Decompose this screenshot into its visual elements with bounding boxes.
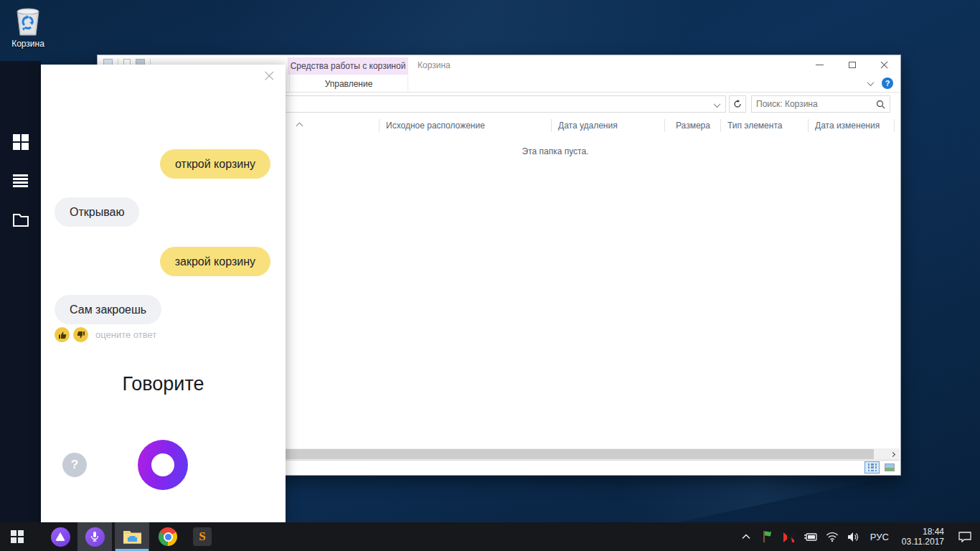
tray-overflow-chevron-icon[interactable] <box>738 522 754 551</box>
windows-logo-icon <box>11 530 24 543</box>
tray-flag-icon[interactable] <box>760 522 776 551</box>
system-tray: РУС 18:44 03.11.2017 <box>738 522 980 551</box>
thumbnails-view-icon <box>885 463 895 471</box>
tray-clock[interactable]: 18:44 03.11.2017 <box>897 527 948 547</box>
file-explorer-icon <box>123 529 142 545</box>
window-controls <box>804 55 900 75</box>
column-size[interactable]: Размера <box>676 121 710 131</box>
panel-close-icon[interactable] <box>267 72 278 83</box>
taskbar-sublime-button[interactable]: S <box>185 522 220 551</box>
tray-power-icon[interactable] <box>803 522 819 551</box>
alice-icon <box>51 527 70 547</box>
recycle-bin-icon <box>12 4 44 37</box>
taskbar-voice-assistant-button[interactable] <box>77 522 112 551</box>
scroll-right-button[interactable] <box>887 449 898 459</box>
thumbs-up-icon[interactable] <box>55 327 70 342</box>
column-item-type[interactable]: Тип элемента <box>727 121 782 131</box>
assistant-message-bubble: Открываю <box>55 197 139 227</box>
tray-wifi-icon[interactable] <box>824 522 840 551</box>
taskbar-alice-button[interactable] <box>43 522 77 551</box>
rate-answer-label: оцените ответ <box>95 329 156 340</box>
refresh-button[interactable] <box>729 95 746 113</box>
folder-icon <box>12 212 29 227</box>
search-box[interactable] <box>751 95 890 113</box>
tray-date: 03.11.2017 <box>902 537 944 547</box>
language-indicator[interactable]: РУС <box>867 532 892 542</box>
search-input[interactable] <box>756 99 876 109</box>
assistant-message-bubble: Сам закроешь <box>55 295 161 324</box>
listen-prompt: Говорите <box>41 373 286 395</box>
minimize-button[interactable] <box>804 55 836 75</box>
assistant-panel: открой корзину Открываю закрой корзину С… <box>41 65 286 522</box>
close-button[interactable] <box>868 55 900 75</box>
apps-grid-button[interactable] <box>0 134 41 150</box>
files-button[interactable] <box>0 212 41 227</box>
empty-folder-message: Эта папка пуста. <box>522 146 589 156</box>
list-button[interactable] <box>0 174 41 189</box>
column-date-deleted[interactable]: Дата удаления <box>558 121 618 131</box>
taskbar-chrome-button[interactable] <box>151 522 185 551</box>
desktop: Корзина Средства работы с корзиной Корзи… <box>0 0 980 551</box>
sublime-text-icon: S <box>193 527 212 546</box>
ribbon-collapse-icon[interactable] <box>867 79 875 86</box>
chrome-icon <box>159 527 177 546</box>
search-icon[interactable] <box>876 100 885 109</box>
recycle-bin-label: Корзина <box>6 39 50 49</box>
start-button[interactable] <box>0 522 34 551</box>
address-dropdown-icon[interactable] <box>714 100 721 108</box>
help-icon[interactable]: ? <box>882 77 893 89</box>
maximize-button[interactable] <box>836 55 868 75</box>
tab-manage[interactable]: Управление <box>289 75 408 93</box>
contextual-tab-recycle-tools[interactable]: Средства работы с корзиной <box>288 57 408 75</box>
column-date-modified[interactable]: Дата изменения <box>815 121 880 131</box>
assistant-help-button[interactable]: ? <box>62 453 87 477</box>
tray-volume-icon[interactable] <box>846 522 862 551</box>
apps-grid-icon <box>13 134 29 150</box>
window-title: Корзина <box>418 60 451 70</box>
tray-time: 18:44 <box>902 527 944 537</box>
thumbs-down-icon[interactable] <box>73 327 88 342</box>
assistant-mic-button[interactable] <box>138 440 188 490</box>
details-view-icon <box>868 463 877 471</box>
action-center-icon[interactable] <box>954 522 976 551</box>
column-original-location[interactable]: Исходное расположение <box>386 121 485 131</box>
taskbar: S <box>0 522 980 551</box>
user-message-bubble: открой корзину <box>160 149 270 179</box>
microphone-icon <box>85 527 105 547</box>
desktop-recycle-bin[interactable]: Корзина <box>6 4 50 49</box>
details-view-button[interactable] <box>864 461 880 474</box>
user-message-bubble: закрой корзину <box>160 247 270 276</box>
tray-antivirus-icon[interactable] <box>781 522 797 551</box>
app-sidebar <box>0 61 41 522</box>
thumbnails-view-button[interactable] <box>882 461 897 474</box>
taskbar-explorer-button[interactable] <box>115 522 149 551</box>
sort-ascending-icon <box>296 123 303 130</box>
rate-answer-row: оцените ответ <box>55 327 156 342</box>
list-icon <box>13 174 28 189</box>
